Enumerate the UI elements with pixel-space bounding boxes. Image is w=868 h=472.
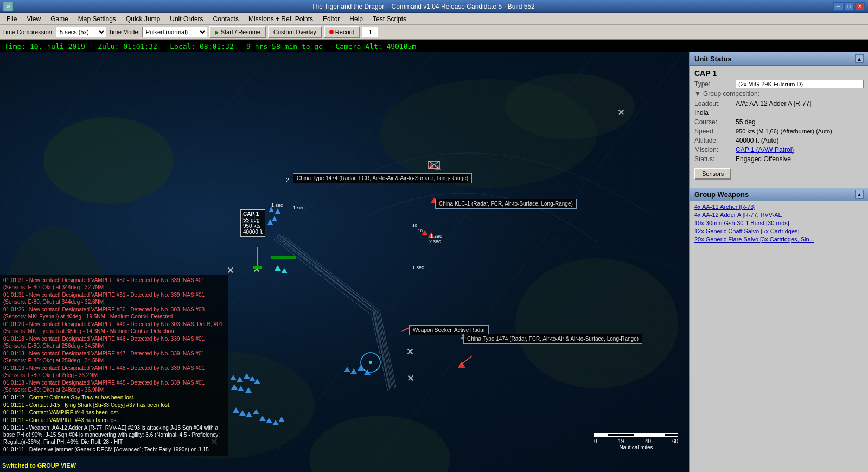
map-area[interactable]: ✕ ✕ ✕ ✕ ✕ ✕ ✕ ✕ 2 10 10 xyxy=(0,52,689,472)
svg-line-18 xyxy=(281,237,379,312)
minimize-button[interactable]: ─ xyxy=(833,2,843,11)
menu-item-quick-jump[interactable]: Quick Jump xyxy=(122,13,164,24)
svg-line-21 xyxy=(282,235,380,311)
menu-item-game[interactable]: Game xyxy=(46,13,73,24)
scale-title: Nautical miles xyxy=(594,444,678,450)
unit-status-content: CAP 1 Type: (2x MiG-29K Fulcrum D) ▼ Gro… xyxy=(690,66,868,188)
unit-status-header: Unit Status ▲ xyxy=(690,52,868,66)
svg-text:10: 10 xyxy=(418,228,423,233)
type-dropdown[interactable]: (2x MiG-29K Fulcrum D) xyxy=(736,80,864,88)
status-bar: Time: 10. juli 2019 - Zulu: 01:01:32 - L… xyxy=(0,40,868,52)
unit-status-expand[interactable]: ▲ xyxy=(855,54,864,63)
x-marker-3: ✕ xyxy=(406,347,413,356)
svg-line-25 xyxy=(375,310,392,386)
menu-item-map-settings[interactable]: Map Settings xyxy=(74,13,120,24)
bottom-status: Switched to GROUP VIEW xyxy=(2,462,76,469)
weapon-item[interactable]: 4x AA-12 Adder A [R-77, RVV-AE] xyxy=(694,212,864,218)
cap1-name: CAP 1 xyxy=(243,211,263,217)
menu-item-contacts[interactable]: Contacts xyxy=(209,13,243,24)
svg-rect-72 xyxy=(271,256,296,259)
close-button[interactable]: ✕ xyxy=(855,2,865,11)
svg-text:1 sec: 1 sec xyxy=(430,233,442,239)
group-weapons-expand[interactable]: ▲ xyxy=(855,190,864,199)
svg-rect-81 xyxy=(253,266,262,269)
svg-point-0 xyxy=(43,117,174,204)
svg-marker-38 xyxy=(272,216,277,221)
time-mode-label: Time Mode: xyxy=(108,29,140,35)
altitude-row: Altitude: 40000 ft (Auto) xyxy=(694,137,864,144)
record-button[interactable]: Record xyxy=(324,26,360,38)
mission-value[interactable]: CAP 1 (AAW Patrol) xyxy=(736,146,794,154)
group-comp-chevron: ▼ xyxy=(694,90,701,98)
menu-item-view[interactable]: View xyxy=(22,13,45,24)
start-resume-button[interactable]: ▶ Start / Resume xyxy=(209,26,266,38)
custom-overlay-button[interactable]: Custom Overlay xyxy=(268,26,322,38)
tooltip-china-klc1: China KLC-1 (Radar, FCR, Air-to-Surface,… xyxy=(435,199,577,209)
svg-marker-37 xyxy=(275,208,280,214)
cap1-altitude: 40000 ft xyxy=(243,229,263,235)
weapon-item[interactable]: 12x Generic Chaff Salvo [5x Cartridges] xyxy=(694,228,864,234)
menu-item-file[interactable]: File xyxy=(2,13,21,24)
log-entry: 01:01:11 - Weapon: AA-12 Adder A [R-77, … xyxy=(3,424,225,445)
group-weapons-header: Group Weapons ▲ xyxy=(690,188,868,201)
log-entry: 01:01:13 - New contact! Designated VAMPI… xyxy=(3,365,225,379)
loadout-label: Loadout: xyxy=(694,100,732,107)
tooltip-china-1474-bottom: China Type 1474 (Radar, FCR, Air-to-Air … xyxy=(463,334,642,344)
svg-text:2: 2 xyxy=(286,177,289,183)
weapon-item[interactable]: 20x Generic Flare Salvo [3x Cartridges, … xyxy=(694,236,864,243)
cap1-unit-label: CAP 1 55 deg 950 kts 40000 ft xyxy=(240,209,265,237)
titlebar: ⚙ The Tiger and the Dragon - Command v1.… xyxy=(0,0,868,13)
menu-item-test-scripts[interactable]: Test Scripts xyxy=(368,13,411,24)
menubar: FileViewGameMap SettingsQuick JumpUnit O… xyxy=(0,13,868,25)
tab-input[interactable] xyxy=(362,27,378,37)
sensors-button[interactable]: Sensors xyxy=(694,168,731,180)
record-dot-icon xyxy=(329,30,334,34)
menu-item-missions--ref-points[interactable]: Missions + Ref. Points xyxy=(244,13,317,24)
svg-marker-57 xyxy=(350,368,357,374)
svg-text:10: 10 xyxy=(412,223,417,228)
log-entry: 01:01:13 - New contact! Designated VAMPI… xyxy=(3,350,225,364)
course-value: 55 deg xyxy=(736,118,756,126)
tooltip-china-1474-top: China Type 1474 (Radar, FCR, Air-to-Air … xyxy=(293,173,472,183)
svg-point-6 xyxy=(505,74,635,139)
menu-item-editor[interactable]: Editor xyxy=(318,13,344,24)
weapon-item[interactable]: 10x 30mm Gsh-30-1 Burst [30 rnds] xyxy=(694,220,864,226)
svg-marker-61 xyxy=(281,268,288,273)
group-weapons-panel: 4x AA-11 Archer [R-73]4x AA-12 Adder A [… xyxy=(690,201,868,472)
time-mode-select[interactable]: Pulsed (normal)Real-timeContinuous xyxy=(142,27,207,37)
side-value: India xyxy=(694,109,709,117)
window-title: The Tiger and the Dragon - Command v1.04… xyxy=(13,3,833,10)
log-entry: 01:01:11 - Contact VAMPIRE #44 has been … xyxy=(3,409,225,416)
right-panel: Unit Status ▲ CAP 1 Type: (2x MiG-29K Fu… xyxy=(689,52,868,472)
status-label: Status: xyxy=(694,155,732,163)
log-entry: 01:01:12 - Contact Chinese Spy Trawler h… xyxy=(3,394,225,401)
status-row: Status: Engaged Offensive xyxy=(694,155,864,163)
status-value: Engaged Offensive xyxy=(736,155,791,163)
log-entry: 01:01:20 - New contact! Designated VAMPI… xyxy=(3,321,225,335)
type-row: Type: (2x MiG-29K Fulcrum D) xyxy=(694,80,864,88)
time-compression-select[interactable]: 1 sec (1x)5 secs (5x)15 secs (15x)30 sec… xyxy=(56,27,106,37)
x-marker-1: ✕ xyxy=(227,266,234,275)
maximize-button[interactable]: □ xyxy=(844,2,854,11)
group-weapons-title: Group Weapons xyxy=(694,190,749,199)
svg-text:2 sec: 2 sec xyxy=(429,239,441,244)
svg-marker-58 xyxy=(358,365,364,371)
svg-marker-56 xyxy=(344,367,350,372)
loadout-row: Loadout: A/A: AA-12 Adder A [R-77] xyxy=(694,100,864,107)
svg-marker-60 xyxy=(275,265,281,271)
weapon-item[interactable]: 4x AA-11 Archer [R-73] xyxy=(694,203,864,210)
svg-text:1 sec: 1 sec xyxy=(293,205,305,211)
log-panel: 01:01:31 - New contact! Designated VAMPI… xyxy=(0,275,228,456)
menu-item-unit-orders[interactable]: Unit Orders xyxy=(165,13,207,24)
svg-text:1 sec: 1 sec xyxy=(412,265,424,270)
svg-text:1 sec: 1 sec xyxy=(271,202,283,208)
speed-row: Speed: 950 kts (M 1,66) (Afterburner) (A… xyxy=(694,127,864,135)
group-comp-toggle[interactable]: ▼ Group composition: xyxy=(694,90,864,98)
cap1-speed: 950 kts xyxy=(243,223,263,229)
x-marker-5: ✕ xyxy=(407,374,414,383)
altitude-label: Altitude: xyxy=(694,137,732,144)
window-controls: ─ □ ✕ xyxy=(833,2,865,11)
weapons-list: 4x AA-11 Archer [R-73]4x AA-12 Adder A [… xyxy=(690,201,868,246)
menu-item-help[interactable]: Help xyxy=(345,13,367,24)
svg-marker-39 xyxy=(267,219,273,225)
